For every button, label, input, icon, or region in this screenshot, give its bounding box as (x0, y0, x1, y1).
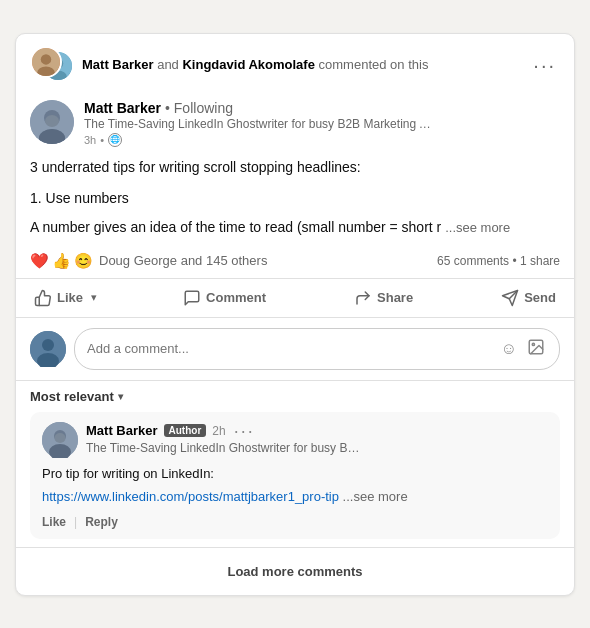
comment-time: 2h (212, 424, 225, 438)
send-icon (501, 289, 519, 307)
author-name[interactable]: Matt Barker (84, 100, 161, 116)
reactions-row: ❤️ 👍 😊 Doug George and 145 others 65 com… (16, 246, 574, 279)
author-info: Matt Barker • Following The Time-Saving … (84, 100, 560, 147)
comment-author-avatar[interactable] (42, 422, 78, 458)
reaction-emoji-3: 😊 (74, 252, 93, 270)
separator: • (100, 134, 104, 146)
post-header: Matt Barker and Kingdavid Akomolafe comm… (16, 34, 574, 94)
author-avatar[interactable] (30, 100, 74, 144)
more-options-button[interactable]: ··· (529, 53, 560, 77)
image-icon (527, 338, 545, 356)
avatar-matt (30, 46, 62, 78)
comment-icon (183, 289, 201, 307)
post-preview: A number gives an idea of the time to re… (30, 217, 560, 238)
send-button[interactable]: Send (491, 281, 566, 315)
reaction-emoji-1: ❤️ (30, 252, 49, 270)
author-name-row: Matt Barker • Following (84, 100, 560, 116)
chevron-down-icon[interactable]: ▾ (118, 391, 123, 402)
svg-point-1 (41, 54, 52, 65)
post-time: 3h (84, 134, 96, 146)
notification-text: Matt Barker and Kingdavid Akomolafe comm… (82, 57, 428, 72)
comment-actions: Like | Reply (42, 515, 548, 529)
post-content: 3 underrated tips for writing scroll sto… (16, 147, 574, 246)
comment-area: ☺ (16, 318, 574, 381)
comment-input[interactable] (87, 341, 499, 356)
comment-see-more[interactable]: ...see more (343, 489, 408, 504)
reaction-emoji-2: 👍 (52, 252, 71, 270)
preview-text: A number gives an idea of the time to re… (30, 219, 441, 235)
actions-divider: | (74, 515, 77, 529)
comments-count[interactable]: 65 comments (437, 254, 509, 268)
like-label: Like (57, 290, 83, 305)
comment-button[interactable]: Comment (173, 281, 276, 315)
comment-reply-button[interactable]: Reply (85, 515, 118, 529)
current-user-avatar (30, 331, 66, 367)
comment-label: Comment (206, 290, 266, 305)
comment-input-icons: ☺ (499, 336, 547, 362)
post-card: Matt Barker and Kingdavid Akomolafe comm… (15, 33, 575, 596)
share-button[interactable]: Share (344, 281, 423, 315)
image-button[interactable] (525, 336, 547, 362)
reaction-people[interactable]: Doug George and 145 others (99, 253, 267, 268)
commenter1-name[interactable]: Matt Barker (82, 57, 154, 72)
load-more-button[interactable]: Load more comments (219, 560, 370, 583)
shares-count[interactable]: 1 share (520, 254, 560, 268)
action-bar: Like ▾ Comment Share Send (16, 279, 574, 318)
globe-icon: 🌐 (108, 133, 122, 147)
author-badge: Author (164, 424, 207, 437)
comment-link-row: https://www.linkedin.com/posts/mattjbark… (42, 487, 548, 507)
following-label[interactable]: • Following (165, 100, 233, 116)
share-label: Share (377, 290, 413, 305)
send-label: Send (524, 290, 556, 305)
see-more-link[interactable]: ...see more (445, 220, 510, 235)
author-title: The Time-Saving LinkedIn Ghostwriter for… (84, 117, 434, 131)
comment-item: Matt Barker Author 2h ··· The Time-Savin… (30, 412, 560, 539)
comment-meta: Matt Barker Author 2h ··· The Time-Savin… (86, 422, 548, 455)
commenter2-name[interactable]: Kingdavid Akomolafe (182, 57, 314, 72)
comment-author-title: The Time-Saving LinkedIn Ghostwriter for… (86, 441, 366, 455)
engagement-stats: 65 comments • 1 share (437, 254, 560, 268)
avatar-group (30, 46, 74, 84)
load-more-section: Load more comments (16, 547, 574, 595)
share-icon (354, 289, 372, 307)
svg-point-21 (55, 433, 66, 443)
comment-link[interactable]: https://www.linkedin.com/posts/mattjbark… (42, 489, 339, 504)
svg-point-9 (45, 115, 59, 127)
post-headline: 3 underrated tips for writing scroll sto… (30, 157, 560, 178)
comment-text: Pro tip for writing on LinkedIn: (42, 464, 548, 484)
filter-row: Most relevant ▾ (16, 381, 574, 412)
filter-label[interactable]: Most relevant (30, 389, 114, 404)
svg-point-17 (532, 343, 534, 345)
comment-body: Pro tip for writing on LinkedIn: https:/… (42, 464, 548, 507)
comment-more-button[interactable]: ··· (232, 422, 257, 440)
like-button[interactable]: Like (24, 281, 89, 315)
comment-header: Matt Barker Author 2h ··· The Time-Savin… (42, 422, 548, 458)
post-meta: 3h • 🌐 (84, 133, 560, 147)
like-btn-group: Like ▾ (24, 281, 105, 315)
post-tip: 1. Use numbers (30, 188, 560, 209)
emoji-button[interactable]: ☺ (499, 338, 519, 360)
thumbs-up-icon (34, 289, 52, 307)
reaction-icons: ❤️ 👍 😊 Doug George and 145 others (30, 252, 267, 270)
stats-separator: • (512, 254, 520, 268)
post-header-left: Matt Barker and Kingdavid Akomolafe comm… (30, 46, 428, 84)
comment-author-name[interactable]: Matt Barker (86, 423, 158, 438)
author-row: Matt Barker • Following The Time-Saving … (16, 94, 574, 147)
like-dropdown-button[interactable]: ▾ (89, 283, 105, 312)
comment-name-row: Matt Barker Author 2h ··· (86, 422, 548, 440)
svg-point-14 (42, 339, 54, 351)
comment-like-button[interactable]: Like (42, 515, 66, 529)
comment-input-wrapper[interactable]: ☺ (74, 328, 560, 370)
